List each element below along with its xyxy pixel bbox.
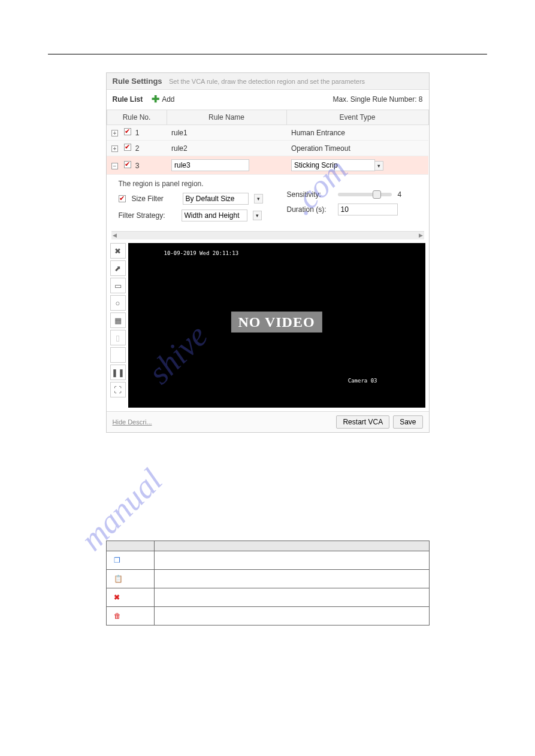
restart-vca-button[interactable]: Restart VCA — [336, 415, 389, 429]
rule-no: 2 — [135, 144, 140, 153]
icon-desc — [154, 588, 429, 607]
video-area: ✖ ⬈ ▭ ○ ▦ ▯ ❚❚ ⛶ 10-09-2019 Wed 20:11:13… — [107, 239, 429, 411]
panel-footer: Hide Descri... Restart VCA Save — [107, 411, 429, 432]
video-timestamp: 10-09-2019 Wed 20:11:13 — [164, 250, 239, 256]
table-row: ❐ — [106, 551, 429, 570]
copy-icon: ❐ — [114, 556, 120, 564]
chevron-down-icon[interactable]: ▾ — [254, 194, 263, 204]
rule-table: Rule No. Rule Name Event Type + 1 rule1 … — [107, 110, 429, 175]
icon-col-header — [106, 541, 154, 551]
size-filter-select[interactable] — [183, 193, 249, 205]
collapse-icon[interactable]: − — [111, 163, 118, 169]
pause-icon[interactable]: ❚❚ — [110, 365, 126, 380]
rule-detail-panel: The region is panel region. Size Filter … — [107, 175, 429, 231]
rule-checkbox[interactable] — [124, 128, 131, 135]
table-row: ✖ — [106, 588, 429, 607]
rule-checkbox[interactable] — [124, 144, 131, 151]
rule-event: Human Entrance — [286, 125, 428, 141]
video-preview[interactable]: 10-09-2019 Wed 20:11:13 NO VIDEO Camera … — [128, 243, 425, 408]
size-filter-checkbox[interactable] — [119, 195, 126, 202]
add-button[interactable]: Add — [162, 95, 174, 104]
rule-name: rule2 — [167, 141, 286, 156]
rule-event: Operation Timeout — [286, 141, 428, 156]
rule-no: 3 — [135, 162, 140, 170]
rule-checkbox[interactable] — [124, 161, 131, 168]
rule-name-input[interactable] — [171, 159, 249, 171]
duration-label: Duration (s): — [287, 205, 332, 214]
page-divider — [48, 54, 487, 54]
rule-no: 1 — [135, 129, 140, 137]
delete-icon: ✖ — [114, 593, 120, 602]
trash-icon: 🗑 — [114, 612, 121, 620]
panel-header: Rule Settings Set the VCA rule, draw the… — [107, 73, 429, 90]
fullscreen-icon[interactable]: ⛶ — [110, 382, 126, 397]
icon-desc — [154, 551, 429, 570]
expand-icon[interactable]: + — [111, 145, 118, 152]
size-filter-label: Size Filter — [132, 195, 177, 203]
hide-description-link[interactable]: Hide Descri... — [113, 418, 152, 426]
close-icon[interactable]: ✖ — [110, 243, 126, 259]
save-button[interactable]: Save — [393, 415, 422, 429]
paste-icon: 📋 — [114, 575, 123, 583]
camera-label: Camera 03 — [348, 378, 377, 384]
add-icon[interactable]: ✚ — [152, 93, 159, 105]
table-row: 🗑 — [106, 607, 429, 626]
video-toolbar: ✖ ⬈ ▭ ○ ▦ ▯ ❚❚ ⛶ — [110, 243, 126, 408]
panel-title: Rule Settings — [113, 77, 162, 86]
circle-icon[interactable]: ○ — [110, 295, 126, 311]
expand-icon[interactable]: + — [111, 130, 118, 136]
icon-desc — [154, 607, 429, 626]
scroll-right-icon[interactable]: ▶ — [419, 232, 423, 238]
page-icon[interactable]: ▯ — [110, 330, 126, 345]
rule-settings-panel: Rule Settings Set the VCA rule, draw the… — [106, 72, 430, 433]
table-row: 📋 — [106, 570, 429, 588]
region-note: The region is panel region. — [119, 180, 204, 188]
slider-thumb[interactable] — [373, 190, 381, 199]
rule-list-bar: Rule List ✚ Add Max. Single Rule Number:… — [107, 90, 429, 108]
max-rule-label: Max. Single Rule Number: 8 — [333, 95, 422, 104]
scroll-left-icon[interactable]: ◀ — [113, 232, 117, 238]
rectangle-icon[interactable]: ▭ — [110, 278, 126, 293]
table-row[interactable]: + 2 rule2 Operation Timeout — [107, 141, 428, 156]
horizontal-scrollbar[interactable]: ◀ ▶ — [111, 231, 424, 239]
duration-input[interactable] — [338, 204, 398, 215]
blank-tool[interactable] — [110, 347, 126, 363]
table-row[interactable]: + 1 rule1 Human Entrance — [107, 125, 428, 141]
icon-desc — [154, 570, 429, 588]
filter-strategy-label: Filter Strategy: — [119, 211, 176, 220]
table-row[interactable]: − 3 ▾ — [107, 156, 428, 175]
desc-col-header — [154, 541, 429, 551]
filter-strategy-select[interactable] — [182, 210, 247, 221]
pointer-icon[interactable]: ⬈ — [110, 260, 126, 276]
col-rule-no: Rule No. — [107, 110, 167, 125]
grid-icon[interactable]: ▦ — [110, 312, 126, 328]
col-rule-name: Rule Name — [167, 110, 286, 125]
icon-legend-table: ❐ 📋 ✖ 🗑 — [106, 541, 430, 626]
event-type-select[interactable] — [291, 159, 375, 171]
rule-list-label: Rule List — [113, 95, 143, 104]
sensitivity-slider[interactable] — [338, 193, 392, 196]
sensitivity-label: Sensitivity: — [287, 190, 332, 199]
col-event-type: Event Type — [286, 110, 428, 125]
rule-name: rule1 — [167, 125, 286, 141]
chevron-down-icon[interactable]: ▾ — [374, 161, 383, 171]
chevron-down-icon[interactable]: ▾ — [253, 211, 262, 220]
no-video-label: NO VIDEO — [231, 312, 322, 333]
sensitivity-value: 4 — [398, 190, 402, 199]
panel-subtitle: Set the VCA rule, draw the detection reg… — [169, 78, 365, 85]
